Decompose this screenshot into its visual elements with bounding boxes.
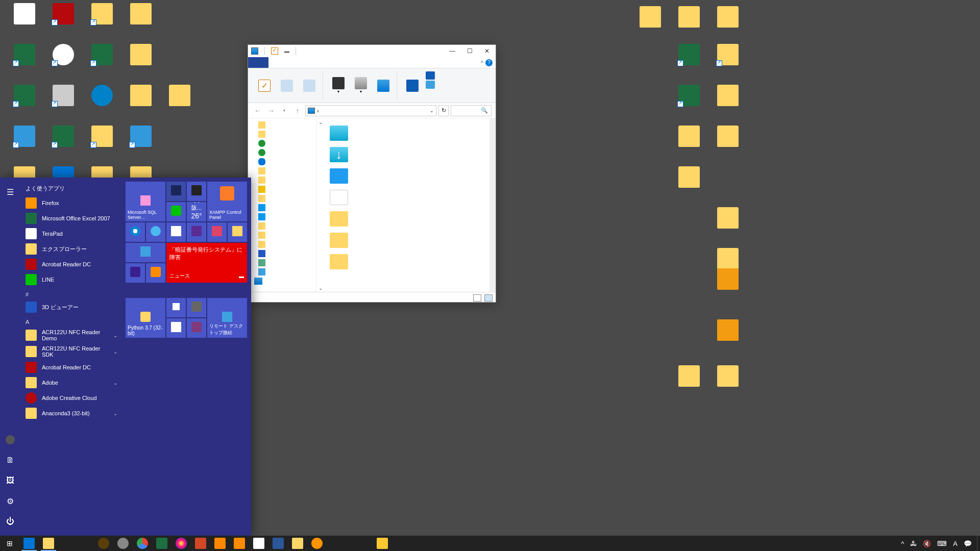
start-button[interactable]: ⊞ — [0, 536, 19, 551]
properties-icon[interactable] — [271, 47, 278, 55]
app-acrobat-2[interactable]: Acrobat Reader DC — [20, 360, 122, 375]
desktop-app-3[interactable] — [126, 126, 156, 147]
nav-item-4[interactable] — [251, 176, 313, 185]
desktop-sticky[interactable] — [713, 268, 743, 290]
tab-computer[interactable] — [248, 57, 268, 68]
tile-visual-studio[interactable] — [187, 222, 206, 242]
taskbar-edge[interactable] — [94, 536, 113, 551]
desktop-folder-r7[interactable] — [674, 166, 704, 188]
app-acr122u-sdk[interactable]: ACR122U NFC Reader SDK⌄ — [20, 343, 122, 360]
desktop-folder-4[interactable] — [126, 85, 156, 106]
desktop-excel-r2[interactable] — [674, 85, 704, 106]
tile-onenote[interactable] — [187, 318, 206, 338]
group-collapse-icon[interactable]: ⌄ — [318, 119, 323, 125]
content-pictures[interactable] — [320, 208, 493, 230]
app-anaconda3[interactable]: Anaconda3 (32-bit)⌄ — [20, 406, 122, 421]
nav-item-8[interactable] — [251, 240, 313, 249]
content-downloads[interactable] — [320, 144, 493, 165]
desktop-folder-r11[interactable] — [713, 365, 743, 387]
explorer-search[interactable]: 🔍 — [451, 105, 492, 116]
tab-view[interactable] — [268, 57, 289, 68]
desktop-app-2[interactable] — [9, 126, 40, 147]
tile-line[interactable] — [166, 202, 186, 221]
ribbon-settings[interactable] — [403, 71, 422, 99]
desktop-itunes[interactable] — [48, 44, 79, 65]
app-3d-viewer[interactable]: 3D ビューアー — [20, 299, 122, 315]
qat-dropdown-icon[interactable] — [284, 49, 289, 53]
rail-expand[interactable]: ☰ — [0, 182, 20, 202]
rail-documents[interactable]: 🗎 — [0, 450, 20, 470]
tile-cmd[interactable] — [187, 182, 206, 201]
help-icon[interactable]: ? — [485, 59, 493, 66]
content-scrollbar[interactable] — [489, 118, 496, 292]
desktop-sticky-2[interactable] — [713, 319, 743, 341]
desktop-excel-2[interactable] — [9, 85, 40, 106]
content-documents[interactable] — [320, 187, 493, 208]
address-bar[interactable]: › ⌄ — [305, 105, 436, 116]
ribbon-collapse-icon[interactable]: ^ — [481, 60, 483, 66]
app-excel-2007[interactable]: Microsoft Office Excel 2007 — [20, 211, 122, 226]
letter-hash[interactable]: # — [20, 287, 122, 299]
nav-downloads[interactable] — [251, 203, 313, 212]
rail-pictures[interactable]: 🖼 — [0, 470, 20, 491]
desktop-excel-1[interactable] — [9, 44, 40, 65]
app-creative-cloud[interactable]: Adobe Creative Cloud — [20, 390, 122, 406]
tile-explorer[interactable] — [228, 222, 247, 242]
nav-item-globe[interactable] — [251, 139, 313, 148]
group-collapse-icon-2[interactable]: ⌄ — [318, 285, 323, 291]
nav-search[interactable] — [251, 267, 313, 277]
explorer-titlebar[interactable]: — ☐ ✕ — [248, 45, 496, 57]
view-details-button[interactable] — [473, 294, 481, 302]
content-music[interactable] — [320, 251, 493, 272]
tile-powershell[interactable] — [166, 182, 186, 201]
nav-up[interactable]: ↑ — [292, 105, 303, 116]
maximize-button[interactable]: ☐ — [461, 45, 478, 57]
taskbar-excel[interactable] — [152, 536, 172, 551]
tile-access[interactable] — [207, 222, 227, 242]
tray-ime-mode[interactable]: A — [953, 540, 958, 547]
minimize-button[interactable]: — — [444, 45, 461, 57]
tile-mail[interactable] — [166, 318, 186, 338]
tile-news[interactable]: 「暗証番号発行システム」に障害 ニュース ▬ — [166, 243, 247, 283]
app-line[interactable]: LINE — [20, 272, 122, 287]
app-acr122u-demo[interactable]: ACR122U NFC Reader Demo⌄ — [20, 327, 122, 343]
tray-volume-icon[interactable]: 🔇 — [923, 540, 931, 547]
system-icon[interactable] — [426, 81, 435, 89]
desktop-folder-r5[interactable] — [674, 126, 704, 147]
taskbar-photos[interactable] — [172, 536, 191, 551]
app-adobe-folder[interactable]: Adobe⌄ — [20, 375, 122, 390]
ribbon-rename[interactable] — [300, 71, 318, 99]
taskbar-explorer[interactable] — [39, 536, 58, 551]
desktop-folder-6[interactable] — [87, 126, 117, 147]
close-button[interactable]: ✕ — [478, 45, 496, 57]
taskbar-media-player[interactable] — [230, 536, 249, 551]
desktop-folder-r6[interactable] — [713, 126, 743, 147]
taskbar-firefox[interactable] — [307, 536, 327, 551]
tray-network-icon[interactable]: 🖧 — [910, 540, 917, 547]
desktop-folder-r9[interactable] — [713, 248, 743, 269]
tray-ime-icon[interactable]: ⌨ — [937, 540, 947, 547]
tile-ie[interactable] — [146, 222, 165, 242]
desktop-folder-r3[interactable] — [713, 44, 743, 65]
desktop-nextcloud[interactable] — [87, 85, 117, 106]
tile-this-pc[interactable] — [126, 243, 165, 262]
nav-favorites[interactable] — [251, 185, 313, 194]
desktop-folder-5[interactable] — [164, 85, 195, 106]
desktop-excel-r1[interactable] — [674, 44, 704, 65]
taskbar-terapad[interactable] — [288, 536, 307, 551]
taskbar-word[interactable] — [268, 536, 288, 551]
ribbon-properties[interactable] — [255, 71, 274, 99]
tile-store[interactable] — [166, 298, 186, 317]
nav-history-dropdown[interactable]: ▾ — [279, 105, 290, 116]
uninstall-icon[interactable] — [426, 71, 435, 80]
taskbar-sticky-notes[interactable] — [373, 536, 392, 551]
tile-weather[interactable]: 大阪...26° — [187, 202, 206, 221]
view-large-icons-button[interactable] — [484, 294, 493, 302]
tile-groove[interactable] — [126, 263, 145, 283]
content-3d-objects[interactable] — [320, 122, 493, 144]
content-desktop[interactable] — [320, 165, 493, 187]
tile-media[interactable] — [146, 263, 165, 283]
taskbar-calc-2[interactable] — [249, 536, 268, 551]
tile-tools[interactable] — [187, 298, 206, 317]
desktop-app-1[interactable] — [48, 85, 79, 106]
